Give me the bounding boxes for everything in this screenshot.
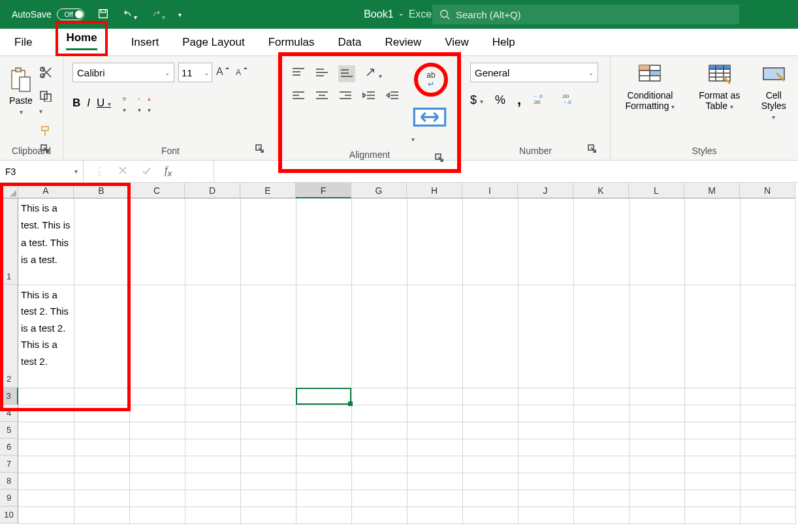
- svg-text:.00: .00: [562, 93, 569, 99]
- col-header[interactable]: B: [74, 183, 129, 198]
- row-header[interactable]: 1: [0, 198, 18, 285]
- svg-rect-26: [639, 65, 650, 70]
- cut-icon[interactable]: [39, 67, 54, 81]
- col-header[interactable]: E: [240, 183, 296, 198]
- spreadsheet-grid[interactable]: A B C D E F G H I J K L M N 1 2 3 4 5 6 …: [0, 183, 798, 524]
- undo-icon[interactable]: ▾: [122, 8, 137, 22]
- decrease-font-icon[interactable]: A: [234, 65, 249, 80]
- decrease-indent-icon[interactable]: [362, 90, 376, 104]
- format-as-table-button[interactable]: Format as Table ▾: [697, 63, 742, 111]
- orientation-icon[interactable]: ▾: [364, 67, 382, 81]
- bold-button[interactable]: B: [72, 97, 80, 110]
- row-header[interactable]: 9: [0, 490, 18, 507]
- percent-icon[interactable]: %: [495, 93, 505, 107]
- qat-more-icon[interactable]: ▾: [178, 11, 182, 18]
- svg-text:→.0: →.0: [562, 99, 571, 104]
- align-bottom-icon[interactable]: [338, 65, 355, 82]
- svg-rect-4: [16, 68, 21, 72]
- comma-icon[interactable]: ,: [517, 91, 521, 108]
- increase-indent-icon[interactable]: [385, 90, 400, 104]
- svg-text:.00: .00: [533, 99, 541, 104]
- save-icon[interactable]: [97, 8, 109, 22]
- merge-center-icon[interactable]: ▾: [411, 104, 448, 144]
- increase-font-icon[interactable]: A: [216, 65, 231, 80]
- col-header[interactable]: J: [518, 183, 573, 198]
- italic-button[interactable]: I: [87, 97, 90, 110]
- autosave-toggle[interactable]: AutoSave Off: [12, 8, 84, 20]
- font-color-icon[interactable]: A▾: [148, 91, 151, 115]
- font-name-select[interactable]: Calibri⌄: [72, 63, 174, 82]
- svg-text:A: A: [236, 68, 241, 77]
- col-header[interactable]: G: [351, 183, 407, 198]
- tab-page-layout[interactable]: Page Layout: [182, 31, 244, 55]
- copy-icon[interactable]: ▾: [39, 90, 54, 116]
- row-header[interactable]: 10: [0, 507, 18, 524]
- clipboard-launcher-icon[interactable]: [40, 144, 50, 153]
- svg-rect-1: [101, 9, 105, 12]
- group-styles: Conditional Formatting ▾ Format as Table…: [611, 56, 798, 160]
- alignment-launcher-icon[interactable]: [435, 153, 444, 163]
- tab-help[interactable]: Help: [492, 31, 515, 55]
- cell[interactable]: This is a test 2. This is a test 2. This…: [18, 285, 74, 388]
- underline-button[interactable]: U ▾: [97, 97, 111, 110]
- fx-icon[interactable]: fx: [165, 164, 172, 178]
- svg-rect-5: [20, 77, 30, 91]
- select-all-corner[interactable]: [0, 183, 18, 198]
- col-header[interactable]: A: [18, 183, 74, 198]
- align-left-icon[interactable]: [291, 90, 306, 104]
- svg-rect-0: [99, 9, 107, 18]
- col-header[interactable]: H: [407, 183, 462, 198]
- cell-styles-button[interactable]: Cell Styles ▾: [758, 63, 789, 121]
- col-header[interactable]: N: [740, 183, 795, 198]
- svg-rect-9: [44, 94, 51, 102]
- search-icon: [439, 8, 451, 20]
- col-header[interactable]: F: [296, 183, 351, 198]
- fill-color-icon[interactable]: ▾: [138, 91, 141, 115]
- align-center-icon[interactable]: [315, 90, 329, 104]
- font-launcher-icon[interactable]: [255, 144, 264, 153]
- decrease-decimal-icon[interactable]: .00→.0: [562, 93, 579, 108]
- increase-decimal-icon[interactable]: ←.0.00: [533, 93, 550, 108]
- tab-file[interactable]: File: [14, 31, 32, 55]
- borders-icon[interactable]: ▾: [123, 91, 126, 115]
- col-header[interactable]: I: [462, 183, 518, 198]
- paste-button[interactable]: Paste▾: [9, 63, 33, 116]
- svg-rect-16: [148, 100, 151, 101]
- tab-home[interactable]: Home: [66, 26, 97, 50]
- row-header[interactable]: 3: [0, 388, 18, 405]
- ribbon: Paste▾ ▾ Clipboard Calibri⌄ 11⌄ A A B: [0, 56, 798, 161]
- col-header[interactable]: K: [573, 183, 629, 198]
- cancel-icon[interactable]: [118, 165, 128, 178]
- name-box[interactable]: F3▾: [0, 161, 84, 182]
- group-number: General⌄ $ ▾ % , ←.0.00 .00→.0 Number: [461, 56, 611, 160]
- align-middle-icon[interactable]: [315, 67, 329, 81]
- col-header[interactable]: D: [185, 183, 240, 198]
- group-font: Calibri⌄ 11⌄ A A B I U ▾ ▾ ▾ A▾: [63, 56, 278, 160]
- currency-icon[interactable]: $ ▾: [470, 93, 483, 107]
- row-header[interactable]: 7: [0, 456, 18, 473]
- row-header[interactable]: 5: [0, 422, 18, 439]
- col-header[interactable]: M: [684, 183, 740, 198]
- enter-icon[interactable]: [141, 165, 152, 178]
- col-header[interactable]: L: [629, 183, 684, 198]
- redo-icon[interactable]: ▾: [150, 8, 165, 22]
- number-launcher-icon[interactable]: [588, 144, 597, 153]
- format-painter-icon[interactable]: [39, 125, 54, 140]
- row-header[interactable]: 4: [0, 405, 18, 422]
- svg-text:A: A: [148, 98, 150, 101]
- number-format-select[interactable]: General⌄: [470, 63, 598, 82]
- row-header[interactable]: 6: [0, 439, 18, 456]
- row-header[interactable]: 8: [0, 473, 18, 490]
- tab-insert[interactable]: Insert: [131, 31, 159, 55]
- search-input[interactable]: [432, 5, 739, 24]
- window-title: Book1 - Excel: [364, 8, 434, 20]
- align-top-icon[interactable]: [291, 67, 306, 81]
- align-right-icon[interactable]: [338, 90, 353, 104]
- cell[interactable]: This is a test. This is a test. This is …: [18, 198, 74, 285]
- row-header[interactable]: 2: [0, 285, 18, 388]
- conditional-formatting-button[interactable]: Conditional Formatting ▾: [620, 63, 680, 111]
- wrap-text-button[interactable]: ab↵: [414, 63, 448, 97]
- svg-rect-8: [40, 91, 47, 99]
- font-size-select[interactable]: 11⌄: [178, 63, 212, 82]
- col-header[interactable]: C: [129, 183, 185, 198]
